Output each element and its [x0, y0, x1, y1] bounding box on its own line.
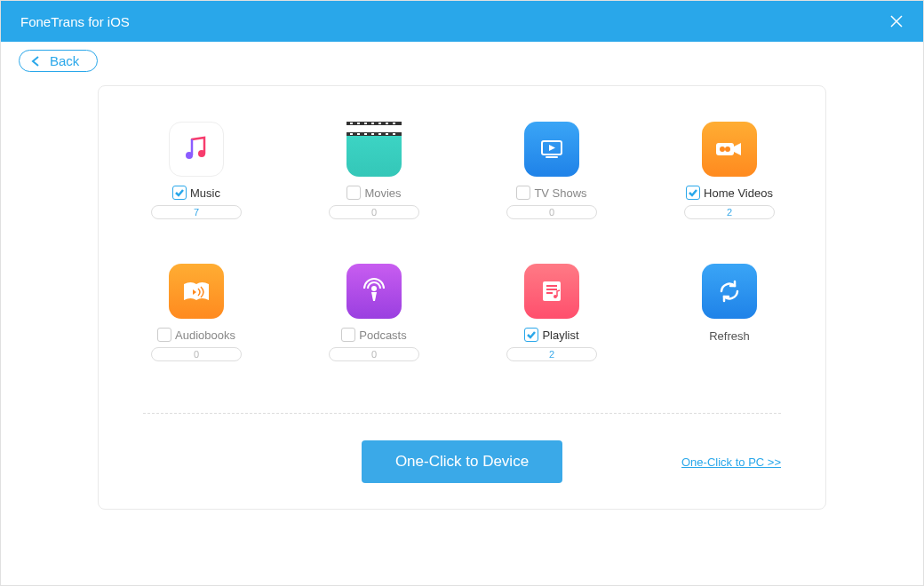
svg-rect-7 — [350, 123, 353, 124]
svg-rect-9 — [364, 123, 367, 124]
category-audiobooks[interactable]: Audiobooks 0 — [143, 264, 250, 361]
category-label-row: Podcasts — [341, 328, 406, 342]
svg-point-27 — [371, 286, 377, 291]
back-label: Back — [50, 53, 79, 68]
checkbox-playlist[interactable] — [524, 328, 538, 342]
category-label-row: TV Shows — [516, 186, 586, 200]
count-pill: 0 — [329, 347, 419, 361]
app-title: FoneTrans for iOS — [20, 14, 130, 29]
tv-icon — [524, 122, 579, 177]
refresh-icon — [702, 264, 757, 319]
category-movies[interactable]: Movies 0 — [321, 122, 427, 219]
category-label: Playlist — [542, 329, 578, 342]
svg-point-26 — [725, 146, 730, 152]
music-icon — [169, 122, 224, 177]
camcorder-icon — [702, 122, 757, 177]
checkbox-music[interactable] — [172, 186, 187, 200]
svg-rect-14 — [350, 133, 353, 135]
category-tvshows[interactable]: TV Shows 0 — [498, 122, 605, 219]
main-panel: Music 7 Movies 0 TV Shows 0 — [98, 85, 826, 510]
category-label-row: Playlist — [524, 328, 578, 342]
chevron-left-icon — [30, 55, 41, 67]
checkbox-podcasts[interactable] — [341, 328, 355, 342]
svg-rect-20 — [393, 133, 395, 135]
refresh-item[interactable]: Refresh — [676, 264, 783, 361]
audiobook-icon — [169, 264, 224, 319]
count-pill: 0 — [329, 205, 419, 219]
titlebar: FoneTrans for iOS — [1, 1, 923, 42]
footer: One-Click to Device One-Click to PC >> — [143, 437, 781, 487]
category-label: Music — [190, 186, 220, 200]
svg-rect-10 — [371, 123, 374, 124]
svg-rect-18 — [378, 133, 381, 135]
checkbox-homevideos[interactable] — [686, 186, 700, 200]
svg-rect-19 — [386, 133, 388, 135]
category-label-row: Movies — [346, 186, 401, 200]
checkbox-audiobooks[interactable] — [157, 328, 171, 342]
svg-rect-11 — [378, 123, 381, 124]
count-pill: 2 — [684, 205, 775, 219]
category-music[interactable]: Music 7 — [143, 122, 250, 219]
close-button[interactable] — [880, 5, 912, 37]
category-label: TV Shows — [534, 186, 586, 200]
category-label-row: Audiobooks — [157, 328, 235, 342]
svg-rect-16 — [364, 133, 367, 135]
count-pill: 0 — [506, 205, 597, 219]
count-pill: 2 — [506, 347, 597, 361]
svg-point-25 — [720, 146, 725, 152]
playlist-icon — [524, 264, 579, 319]
category-label: Audiobooks — [175, 329, 235, 342]
count-pill: 0 — [151, 347, 242, 361]
category-playlist[interactable]: Playlist 2 — [498, 264, 605, 361]
movies-icon — [346, 122, 402, 177]
checkbox-movies[interactable] — [346, 186, 361, 200]
checkbox-tvshows[interactable] — [516, 186, 530, 200]
divider — [143, 413, 781, 414]
close-icon — [888, 13, 904, 29]
back-button[interactable]: Back — [19, 50, 98, 72]
svg-rect-15 — [357, 133, 360, 135]
category-label: Podcasts — [359, 329, 406, 342]
category-grid: Music 7 Movies 0 TV Shows 0 — [143, 122, 781, 361]
svg-rect-13 — [393, 123, 395, 124]
podcast-icon — [346, 264, 402, 319]
svg-rect-17 — [371, 133, 374, 135]
category-podcasts[interactable]: Podcasts 0 — [321, 264, 427, 361]
svg-rect-8 — [357, 123, 360, 124]
one-click-pc-link[interactable]: One-Click to PC >> — [681, 455, 781, 469]
toolbar: Back — [1, 42, 923, 80]
category-label-row: Music — [172, 186, 220, 200]
one-click-device-button[interactable]: One-Click to Device — [362, 440, 562, 483]
svg-marker-22 — [549, 145, 555, 151]
count-pill: 7 — [151, 205, 242, 219]
refresh-label: Refresh — [709, 329, 750, 343]
category-label-row: Home Videos — [686, 186, 773, 200]
svg-rect-12 — [386, 123, 388, 124]
svg-point-3 — [198, 150, 205, 157]
category-label: Home Videos — [704, 186, 773, 200]
category-homevideos[interactable]: Home Videos 2 — [676, 122, 783, 219]
category-label: Movies — [364, 186, 401, 200]
